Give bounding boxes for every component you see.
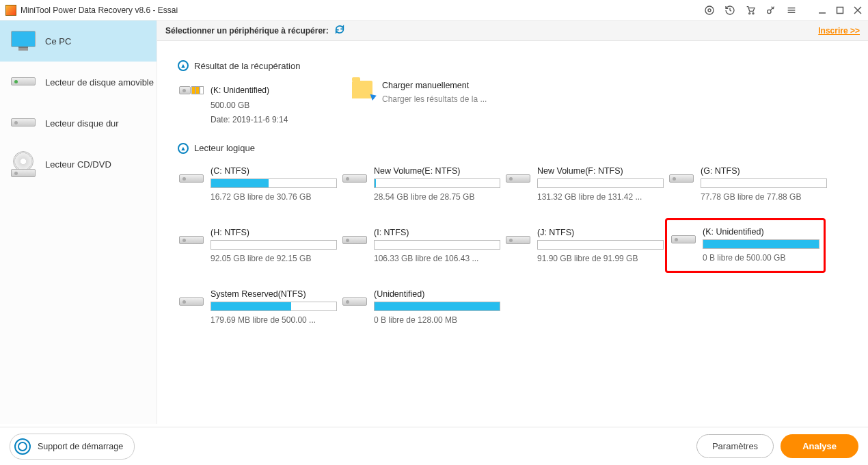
- scan-button[interactable]: Analyse: [781, 434, 858, 458]
- target-icon[interactable]: [704, 5, 715, 16]
- usage-bar: [374, 302, 500, 311]
- drive-free-text: 77.78 GB libre de 77.88 GB: [701, 192, 827, 202]
- drive-icon: [671, 230, 696, 243]
- boot-label: Support de démarrage: [38, 442, 123, 451]
- drive-free-text: 91.90 GB libre de 91.99 GB: [537, 254, 664, 263]
- section-logical-drive[interactable]: ▲ Lecteur logique: [178, 143, 847, 154]
- drive-icon: [179, 169, 204, 183]
- drive-free-text: 106.33 GB libre de 106.43 ...: [374, 254, 500, 263]
- drive-free-text: 131.32 GB libre de 131.42 ...: [537, 192, 664, 202]
- drive-label: (K: Unidentified): [703, 227, 819, 237]
- usage-bar: [211, 240, 337, 250]
- drive-tile[interactable]: (I: NTFS)106.33 GB libre de 106.43 ...: [341, 225, 502, 266]
- drive-tile[interactable]: (J: NTFS)91.90 GB libre de 91.99 GB: [504, 225, 665, 266]
- main: Ce PC Lecteur de disque amovible Lecteur…: [0, 21, 868, 424]
- sidebar-item-removable[interactable]: Lecteur de disque amovible: [0, 62, 157, 103]
- section-recovery-result[interactable]: ▲ Résultat de la récupération: [178, 60, 847, 71]
- boot-media-button[interactable]: Support de démarrage: [10, 434, 135, 460]
- sidebar-item-cddvd[interactable]: Lecteur CD/DVD: [0, 144, 157, 185]
- drive-tile[interactable]: (G: NTFS)77.78 GB libre de 77.88 GB: [668, 163, 828, 204]
- drive-label: (G: NTFS): [701, 166, 827, 176]
- removable-drive-icon: [11, 72, 36, 92]
- drive-icon: [179, 292, 204, 306]
- window-controls: [817, 5, 863, 15]
- sidebar: Ce PC Lecteur de disque amovible Lecteur…: [0, 21, 157, 424]
- menu-icon[interactable]: [786, 5, 797, 16]
- app-title: MiniTool Power Data Recovery v8.6 - Essa…: [21, 5, 704, 15]
- cart-icon[interactable]: [745, 5, 756, 16]
- recovery-item[interactable]: (K: Unidentified) 500.00 GB Date: 2019-1…: [178, 81, 338, 131]
- drive-free-text: 0 B libre de 128.00 MB: [374, 315, 500, 325]
- manual-subtitle: Charger les résultats de la ...: [382, 94, 487, 104]
- drive-icon: [342, 292, 367, 306]
- section-title: Lecteur logique: [194, 143, 255, 153]
- drive-tile[interactable]: New Volume(E: NTFS)28.54 GB libre de 28.…: [341, 163, 502, 204]
- sidebar-item-label: Lecteur disque dur: [45, 118, 119, 129]
- drive-grid: (C: NTFS)16.72 GB libre de 30.76 GBNew V…: [178, 163, 847, 328]
- manual-title: Charger manuellement: [382, 81, 487, 90]
- drive-label: New Volume(E: NTFS): [374, 166, 500, 176]
- drive-free-text: 0 B libre de 500.00 GB: [703, 253, 819, 263]
- sidebar-item-label: Lecteur CD/DVD: [45, 159, 111, 170]
- settings-button[interactable]: Paramètres: [696, 434, 774, 458]
- collapse-icon: ▲: [178, 60, 189, 71]
- recovery-size: 500.00 GB: [211, 98, 337, 114]
- app-logo: [5, 5, 16, 16]
- subheader: Sélectionner un périphérique à récupérer…: [157, 21, 868, 41]
- minimize-icon[interactable]: [817, 5, 827, 15]
- maximize-icon[interactable]: [835, 5, 845, 15]
- subheader-label: Sélectionner un périphérique à récupérer…: [165, 26, 329, 36]
- usage-bar: [537, 178, 664, 188]
- usage-bar: [374, 240, 500, 250]
- drive-tile[interactable]: System Reserved(NTFS)179.69 MB libre de …: [178, 287, 338, 328]
- drive-icon: [506, 230, 530, 244]
- register-link[interactable]: Inscrire >>: [818, 26, 860, 36]
- usage-bar: [374, 178, 500, 188]
- drive-tile[interactable]: (H: NTFS)92.05 GB libre de 92.15 GB: [178, 225, 338, 266]
- drive-label: (Unidentified): [374, 289, 500, 299]
- svg-point-4: [768, 10, 771, 13]
- drive-label: (H: NTFS): [211, 228, 337, 237]
- usage-bar: [211, 178, 337, 188]
- usage-bar: [703, 239, 819, 249]
- drive-free-text: 92.05 GB libre de 92.15 GB: [211, 254, 337, 263]
- drive-tile[interactable]: (Unidentified)0 B libre de 128.00 MB: [341, 287, 502, 328]
- titlebar: MiniTool Power Data Recovery v8.6 - Essa…: [0, 0, 868, 21]
- svg-point-0: [705, 6, 714, 14]
- sidebar-item-label: Ce PC: [45, 36, 71, 46]
- key-icon[interactable]: [765, 5, 776, 16]
- svg-point-1: [708, 9, 711, 12]
- usage-bar: [701, 178, 827, 188]
- usage-bar: [537, 240, 664, 250]
- drive-icon: [669, 169, 694, 183]
- refresh-icon[interactable]: [334, 24, 345, 37]
- drive-label: (C: NTFS): [211, 166, 337, 176]
- recovery-date: Date: 2019-11-6 9:14: [211, 113, 337, 128]
- power-ring-icon: [14, 438, 31, 455]
- drive-label: (J: NTFS): [537, 228, 664, 237]
- load-manually[interactable]: Charger manuellement Charger les résulta…: [352, 81, 487, 131]
- sidebar-item-hdd[interactable]: Lecteur disque dur: [0, 103, 157, 144]
- recovery-drive-icon: [179, 86, 204, 94]
- drive-icon: [342, 230, 367, 244]
- drive-free-text: 179.69 MB libre de 500.00 ...: [211, 315, 337, 325]
- folder-arrow-icon: [352, 81, 372, 98]
- sidebar-item-this-pc[interactable]: Ce PC: [0, 21, 157, 62]
- scroll-area: ▲ Résultat de la récupération (K: Uniden…: [157, 41, 868, 424]
- recovery-label: (K: Unidentified): [211, 83, 337, 98]
- hard-drive-icon: [11, 113, 36, 133]
- cd-dvd-icon: [11, 154, 36, 174]
- drive-free-text: 28.54 GB libre de 28.75 GB: [374, 192, 500, 202]
- drive-free-text: 16.72 GB libre de 30.76 GB: [211, 192, 337, 202]
- drive-icon: [506, 169, 530, 183]
- history-icon[interactable]: [724, 5, 735, 16]
- content: Sélectionner un périphérique à récupérer…: [157, 21, 868, 424]
- titlebar-tools: [704, 5, 797, 16]
- monitor-icon: [11, 31, 36, 51]
- drive-tile[interactable]: (K: Unidentified)0 B libre de 500.00 GB: [665, 218, 826, 273]
- svg-rect-9: [837, 7, 843, 13]
- svg-point-2: [749, 12, 750, 14]
- drive-tile[interactable]: (C: NTFS)16.72 GB libre de 30.76 GB: [178, 163, 338, 204]
- close-icon[interactable]: [853, 5, 863, 15]
- drive-tile[interactable]: New Volume(F: NTFS)131.32 GB libre de 13…: [504, 163, 665, 204]
